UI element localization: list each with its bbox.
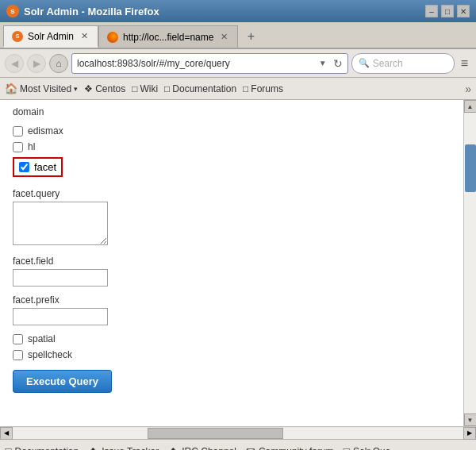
most-visited-bookmark[interactable]: 🏠 Most Visited ▾ [5, 83, 78, 94]
domain-label: domain [13, 106, 451, 117]
centos-icon: ❖ [84, 83, 93, 94]
maximize-button[interactable]: □ [441, 5, 454, 17]
facet-field-label: facet.field [13, 256, 451, 267]
nav-more-button[interactable]: ≡ [458, 56, 471, 71]
hl-checkbox[interactable] [13, 142, 23, 152]
wiki-bookmark[interactable]: □ Wiki [132, 83, 158, 94]
spatial-row: spatial [13, 333, 451, 344]
address-text: localhost:8983/solr/#/my_core/query [77, 58, 316, 69]
forums-icon: □ [243, 83, 248, 94]
most-visited-arrow: ▾ [74, 85, 78, 93]
scroll-up-button[interactable]: ▲ [464, 100, 477, 113]
facet-query-input[interactable] [13, 202, 108, 245]
wiki-icon: □ [132, 83, 137, 94]
facet-checkbox[interactable] [19, 162, 29, 172]
h-scroll-thumb[interactable] [148, 428, 282, 439]
most-visited-icon: 🏠 [5, 83, 17, 94]
facet-field-group: facet.field [13, 256, 451, 287]
refresh-button[interactable]: ↻ [333, 57, 343, 70]
back-button[interactable]: ◀ [5, 54, 24, 73]
spatial-checkbox[interactable] [13, 334, 23, 344]
solr-que-status-label: Solr Que [353, 446, 390, 451]
domain-group: domain [13, 106, 451, 117]
edismax-label: edismax [28, 125, 63, 137]
spellcheck-checkbox[interactable] [13, 350, 23, 360]
content-area: domain edismax hl facet facet.query face… [0, 100, 463, 426]
forward-button[interactable]: ▶ [27, 54, 46, 73]
statusbar: □ Documentation ❖ Issue Tracker ❖ IRC Ch… [0, 439, 476, 450]
address-bar[interactable]: localhost:8983/solr/#/my_core/query ▼ ↻ [71, 53, 348, 74]
solr-que-status-icon: □ [344, 445, 350, 451]
hl-label: hl [28, 141, 35, 152]
minimize-button[interactable]: – [425, 5, 438, 17]
edismax-checkbox[interactable] [13, 126, 23, 137]
solr-tab-icon: S [12, 31, 23, 42]
h-scroll-area[interactable] [13, 428, 463, 439]
documentation-label: Documentation [172, 83, 236, 94]
status-irc-channel[interactable]: ❖ IRC Channel [168, 445, 236, 451]
documentation-icon: □ [164, 83, 170, 94]
forums-label: Forums [251, 83, 283, 94]
horizontal-scrollbar: ◀ ▶ [0, 426, 476, 439]
status-solr-que[interactable]: □ Solr Que [344, 445, 391, 451]
home-button[interactable]: ⌂ [49, 54, 68, 73]
window-title: Solr Admin - Mozilla Firefox [24, 6, 159, 17]
facet-row: facet [13, 157, 451, 182]
scroll-thumb[interactable] [465, 144, 476, 192]
facet-label: facet [34, 161, 56, 173]
facet-prefix-group: facet.prefix [13, 294, 451, 325]
wiki-label: Wiki [140, 83, 158, 94]
ff-tab-icon [107, 32, 118, 43]
facet-field-input[interactable] [13, 269, 108, 287]
facet-prefix-label: facet.prefix [13, 294, 451, 306]
search-placeholder: Search [373, 58, 403, 69]
documentation-status-label: Documentation [14, 446, 79, 451]
close-button[interactable]: ✕ [457, 5, 470, 17]
navbar: ◀ ▶ ⌂ localhost:8983/solr/#/my_core/quer… [0, 49, 476, 78]
facet-query-group: facet.query [13, 188, 451, 248]
forums-bookmark[interactable]: □ Forums [243, 83, 283, 94]
facet-prefix-input[interactable] [13, 308, 108, 325]
issue-tracker-status-label: Issue Tracker [102, 446, 159, 451]
edismax-row: edismax [13, 125, 451, 137]
spatial-label: spatial [28, 333, 56, 344]
tab-label: Solr Admin [28, 31, 74, 42]
vertical-scrollbar: ▲ ▼ [463, 100, 476, 426]
status-documentation[interactable]: □ Documentation [5, 445, 79, 451]
centos-bookmark[interactable]: ❖ Centos [84, 83, 125, 94]
scroll-area[interactable] [465, 113, 476, 413]
tab-label: http://loc...field=name [123, 32, 213, 43]
search-icon: 🔍 [359, 58, 370, 68]
most-visited-label: Most Visited [20, 83, 71, 94]
scroll-down-button[interactable]: ▼ [464, 413, 477, 426]
h-scroll-left-button[interactable]: ◀ [0, 427, 13, 440]
window-controls: – □ ✕ [425, 5, 470, 17]
irc-channel-status-icon: ❖ [168, 445, 178, 451]
facet-query-label: facet.query [13, 188, 451, 199]
facet-highlight-box: facet [13, 157, 63, 177]
irc-channel-status-label: IRC Channel [182, 446, 236, 451]
h-scroll-right-button[interactable]: ▶ [463, 427, 476, 440]
community-forum-status-label: Community forum [259, 446, 334, 451]
centos-label: Centos [95, 83, 125, 94]
search-bar[interactable]: 🔍 Search [351, 53, 455, 74]
documentation-bookmark[interactable]: □ Documentation [164, 83, 236, 94]
tab-close-button[interactable]: ✕ [218, 32, 229, 43]
execute-query-button[interactable]: Execute Query [13, 370, 112, 393]
titlebar-icon: S [6, 5, 19, 17]
browser-content: domain edismax hl facet facet.query face… [0, 100, 476, 426]
bookmarks-more-button[interactable]: » [465, 83, 471, 95]
tab-solr-admin[interactable]: S Solr Admin ✕ [3, 25, 98, 48]
titlebar: S Solr Admin - Mozilla Firefox – □ ✕ [0, 0, 476, 22]
tabbar: S Solr Admin ✕ http://loc...field=name ✕… [0, 22, 476, 49]
spellcheck-row: spellcheck [13, 349, 451, 360]
status-issue-tracker[interactable]: ❖ Issue Tracker [88, 445, 159, 451]
status-community-forum[interactable]: ✉ Community forum [246, 445, 334, 451]
address-dropdown[interactable]: ▼ [319, 59, 327, 67]
tab-field-name[interactable]: http://loc...field=name ✕ [98, 25, 238, 48]
new-tab-button[interactable]: + [241, 27, 260, 46]
spellcheck-label: spellcheck [28, 349, 72, 360]
community-forum-status-icon: ✉ [246, 445, 255, 451]
tab-close-button[interactable]: ✕ [79, 31, 90, 42]
hl-row: hl [13, 141, 451, 152]
